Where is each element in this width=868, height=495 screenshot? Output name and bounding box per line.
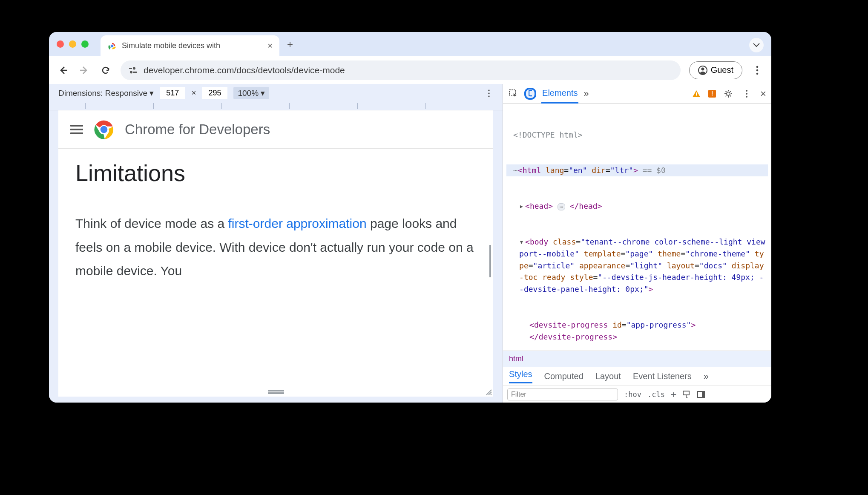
- svg-point-9: [756, 66, 759, 68]
- paragraph: Think of device mode as a first-order ap…: [75, 212, 476, 283]
- height-input[interactable]: [202, 87, 227, 99]
- styles-overflow-icon[interactable]: »: [704, 371, 709, 382]
- elements-tab[interactable]: Elements: [541, 84, 578, 104]
- approximation-link[interactable]: first-order approximation: [228, 216, 367, 230]
- svg-point-4: [133, 67, 135, 69]
- tabs-overflow-icon[interactable]: »: [583, 88, 589, 99]
- new-tab-button[interactable]: +: [287, 38, 293, 50]
- styles-tabbar: Styles Computed Layout Event Listeners »: [503, 367, 771, 386]
- svg-point-25: [746, 93, 747, 95]
- paint-icon[interactable]: [682, 390, 691, 399]
- device-mode-pane: Dimensions: Responsive ▾ × 100% ▾ ⋮ Chro…: [49, 84, 503, 403]
- devtools-menu-icon[interactable]: [741, 88, 753, 100]
- window-controls: [57, 40, 89, 48]
- toggle-device-toolbar-icon[interactable]: [524, 88, 536, 100]
- svg-point-26: [746, 96, 747, 98]
- resize-handle-corner[interactable]: [486, 389, 492, 396]
- svg-rect-16: [529, 90, 532, 96]
- hov-button[interactable]: :hov: [624, 390, 641, 399]
- tab-search-button[interactable]: [749, 38, 764, 52]
- chrome-logo-icon: [93, 119, 115, 140]
- resize-handle-right[interactable]: [489, 245, 493, 277]
- svg-point-23: [727, 92, 730, 95]
- svg-rect-21: [712, 91, 713, 95]
- svg-point-10: [756, 69, 759, 71]
- svg-rect-19: [696, 95, 697, 96]
- svg-rect-18: [696, 92, 697, 95]
- event-listeners-tab[interactable]: Event Listeners: [633, 371, 692, 381]
- svg-rect-5: [133, 72, 137, 73]
- dom-tree[interactable]: <!DOCTYPE html> ⋯<html lang="en" dir="lt…: [503, 104, 771, 351]
- close-devtools-icon[interactable]: ×: [760, 88, 766, 100]
- chevron-down-icon: [753, 43, 760, 47]
- dom-breadcrumb[interactable]: html: [503, 351, 771, 367]
- dimensions-dropdown[interactable]: Dimensions: Responsive ▾: [58, 88, 154, 98]
- warning-icon[interactable]: [692, 90, 701, 98]
- site-header: Chrome for Developers: [58, 110, 493, 149]
- site-title: Chrome for Developers: [125, 121, 270, 138]
- styles-filter-bar: :hov .cls +: [503, 386, 771, 403]
- svg-rect-22: [712, 95, 713, 96]
- minimize-window-button[interactable]: [69, 40, 76, 48]
- address-bar[interactable]: developer.chrome.com/docs/devtools/devic…: [121, 60, 681, 80]
- layout-tab[interactable]: Layout: [595, 371, 621, 381]
- guest-profile-button[interactable]: Guest: [689, 61, 742, 79]
- url-text: developer.chrome.com/docs/devtools/devic…: [144, 65, 345, 75]
- body-line[interactable]: ▾<body class="tenant--chrome color-schem…: [506, 236, 768, 295]
- back-button[interactable]: [57, 64, 69, 77]
- cls-button[interactable]: .cls: [647, 390, 665, 399]
- reload-button[interactable]: [99, 64, 112, 77]
- svg-point-14: [101, 126, 108, 133]
- svg-rect-29: [702, 391, 704, 397]
- device-bar-more-icon[interactable]: ⋮: [485, 88, 493, 98]
- new-style-button[interactable]: +: [671, 389, 676, 400]
- simulated-viewport: Chrome for Developers Limitations Think …: [58, 110, 493, 397]
- page-heading: Limitations: [75, 160, 476, 186]
- resize-handle-bottom[interactable]: [268, 389, 284, 395]
- browser-tab[interactable]: Simulate mobile devices with ×: [101, 35, 279, 56]
- browser-menu-button[interactable]: [751, 64, 764, 77]
- devtools-tabbar: Elements » ×: [503, 84, 771, 104]
- progress-line[interactable]: <devsite-progress id="app-progress"></de…: [506, 319, 768, 343]
- tabstrip: Simulate mobile devices with × +: [49, 32, 771, 56]
- chrome-icon: [107, 41, 117, 51]
- fullscreen-window-button[interactable]: [81, 40, 89, 48]
- svg-point-6: [130, 71, 132, 73]
- head-line[interactable]: ▸<head> ⋯ </head>: [506, 200, 768, 212]
- close-tab-icon[interactable]: ×: [267, 41, 273, 51]
- hamburger-icon[interactable]: [70, 123, 83, 136]
- panel-toggle-icon[interactable]: [697, 390, 705, 399]
- devtools-panel: Elements » × <!DOCTYPE html> ⋯<html lang…: [503, 84, 771, 403]
- forward-button[interactable]: [78, 64, 91, 77]
- inspect-element-icon[interactable]: [507, 88, 519, 100]
- address-toolbar: developer.chrome.com/docs/devtools/devic…: [49, 56, 771, 84]
- close-window-button[interactable]: [57, 40, 64, 48]
- svg-rect-3: [129, 68, 132, 69]
- zoom-dropdown[interactable]: 100% ▾: [233, 87, 269, 99]
- svg-point-8: [701, 67, 704, 70]
- svg-point-11: [756, 72, 759, 75]
- styles-filter-input[interactable]: [507, 389, 618, 400]
- device-toolbar: Dimensions: Responsive ▾ × 100% ▾ ⋮: [49, 84, 503, 102]
- browser-window: Simulate mobile devices with × + develop…: [49, 32, 771, 403]
- gear-icon[interactable]: [724, 89, 733, 98]
- computed-tab[interactable]: Computed: [544, 371, 583, 381]
- width-input[interactable]: [160, 87, 185, 99]
- tab-title: Simulate mobile devices with: [122, 41, 262, 50]
- profile-icon: [698, 66, 707, 75]
- html-element-line[interactable]: ⋯<html lang="en" dir="ltr"> == $0: [506, 164, 768, 176]
- site-settings-icon: [129, 67, 138, 74]
- svg-point-24: [746, 90, 747, 92]
- guest-label: Guest: [711, 65, 733, 75]
- svg-rect-27: [683, 391, 689, 395]
- styles-tab[interactable]: Styles: [509, 369, 532, 383]
- svg-point-1: [111, 44, 113, 47]
- ruler: [49, 102, 503, 110]
- doctype-line: <!DOCTYPE html>: [506, 129, 768, 141]
- issues-icon[interactable]: [708, 90, 716, 98]
